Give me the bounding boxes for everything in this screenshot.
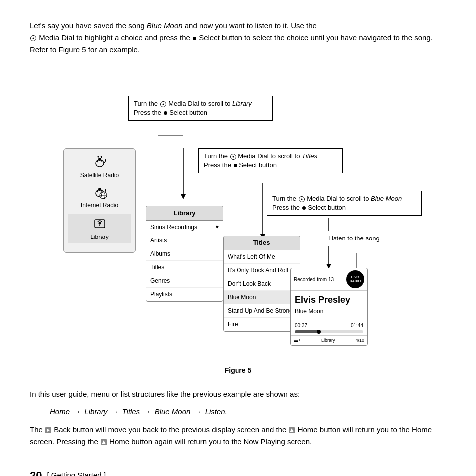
titles-row-2: It's Only Rock And Roll ♥	[224, 264, 300, 277]
np-total: 01:44	[351, 322, 363, 329]
figure-container: Turn the Media Dial to scroll to Library…	[33, 71, 443, 360]
nav-titles: Titles	[122, 407, 140, 416]
home-item-library: Library	[68, 214, 131, 243]
svg-point-11	[96, 160, 104, 167]
np-recorded: Recorded from 13	[294, 276, 334, 283]
nav-library: Library	[84, 407, 107, 416]
callout-titles: Turn the Media Dial to scroll to TitlesP…	[198, 148, 343, 173]
page-section: [ Getting Started ]	[47, 470, 106, 476]
intro-text-1: Let's say you have saved the song	[30, 21, 147, 30]
intro-dial-icon	[30, 35, 36, 41]
home-panel: Satellite Radio Internet Radio	[63, 148, 136, 253]
library-row-artists: Artists	[146, 234, 223, 247]
callout-library-text: Turn the Media Dial to scroll to Library…	[134, 100, 252, 116]
bottom-text-2: The Back button will move you back to th…	[30, 424, 446, 448]
callout-listen: Listen to the song	[323, 231, 395, 246]
intro-select-icon	[193, 37, 196, 40]
nav-home: Home	[50, 407, 70, 416]
callout-listen-text: Listen to the song	[328, 235, 380, 242]
intro-text-3pre: Media Dial to highlight a choice and pre…	[37, 33, 192, 42]
titles-row-1: What's Left Of Me	[224, 250, 300, 264]
library-row-sirius: Sirius Recordings ♥	[146, 221, 223, 234]
now-playing-panel: Recorded from 13 ElvisRADIO Elvis Presle…	[290, 268, 368, 346]
intro-bluemoon: Blue Moon	[147, 21, 183, 30]
library-artists-text: Artists	[150, 236, 167, 245]
home-button-desc-2: Home button again will return you to the…	[109, 437, 312, 446]
elvis-badge: ElvisRADIO	[346, 270, 364, 288]
library-titles-text: Titles	[150, 263, 164, 272]
np-library: Library	[321, 337, 335, 344]
titles-row-4-text: Blue Moon	[228, 293, 256, 302]
library-row-titles: Titles	[146, 261, 223, 274]
library-row-albums: Albums	[146, 247, 223, 261]
nav-bluemoon: Blue Moon	[155, 407, 191, 416]
svg-point-23	[98, 222, 101, 225]
badge-text: ElvisRADIO	[350, 275, 361, 283]
satellite-label: Satellite Radio	[80, 171, 119, 180]
page-footer: 20 [ Getting Started ]	[30, 463, 446, 476]
np-bottom-bar: ▬+ Library 4/10	[291, 335, 367, 346]
np-elapsed: 00:37	[295, 322, 307, 329]
titles-row-1-text: What's Left Of Me	[228, 252, 275, 261]
titles-row-3-text: Don't Look Back	[228, 279, 271, 288]
intro-text-2: and now you want to listen to it. Use th…	[183, 21, 317, 30]
internet-radio-label: Internet Radio	[81, 201, 118, 210]
callout-bluemoon: Turn the Media Dial to scroll to Blue Mo…	[267, 191, 422, 216]
svg-point-12	[98, 158, 101, 161]
callout-titles-text: Turn the Media Dial to scroll to TitlesP…	[204, 152, 317, 169]
titles-panel: Titles What's Left Of Me It's Only Rock …	[223, 236, 300, 332]
titles-row-6-text: Fire	[228, 320, 238, 329]
satellite-icon	[92, 154, 108, 170]
np-progress-dot	[317, 330, 321, 334]
library-sirius-heart: ♥	[215, 223, 219, 231]
library-genres-text: Genres	[150, 276, 170, 285]
titles-row-6: Fire	[224, 318, 300, 331]
np-top-bar: Recorded from 13 ElvisRADIO	[291, 268, 367, 291]
library-albums-text: Albums	[150, 249, 170, 258]
np-time-display: 00:37 01:44	[291, 320, 367, 330]
titles-row-5: Stand Up And Be Strong	[224, 304, 300, 318]
titles-row-2-text: It's Only Rock And Roll	[228, 266, 288, 275]
library-row-playlists: Playlists	[146, 288, 223, 301]
library-label: Library	[90, 233, 109, 241]
intro-paragraph: Let's say you have saved the song Blue M…	[30, 20, 446, 56]
svg-marker-3	[181, 194, 186, 199]
titles-row-3: Don't Look Back	[224, 277, 300, 291]
np-song-title: Blue Moon	[291, 307, 367, 320]
library-panel-header: Library	[146, 206, 223, 221]
np-track-count: 4/10	[355, 337, 364, 344]
back-button-desc: Back button will move you back to the pr…	[54, 425, 286, 434]
callout-library: Turn the Media Dial to scroll to Library…	[128, 96, 273, 121]
callout-bluemoon-text: Turn the Media Dial to scroll to Blue Mo…	[272, 195, 402, 211]
titles-row-5-text: Stand Up And Be Strong	[228, 306, 293, 315]
svg-point-16	[98, 188, 101, 191]
page-number: 20	[30, 467, 42, 476]
internet-radio-icon	[92, 184, 108, 200]
figure-caption: Figure 5	[30, 365, 446, 376]
library-panel: Library Sirius Recordings ♥ Artists Albu…	[146, 206, 223, 302]
np-progress-bar	[295, 330, 363, 333]
bottom-text-1: In this user guide, menu or list structu…	[30, 388, 446, 400]
np-artist-name: Elvis Presley	[291, 291, 367, 307]
home-item-satellite: Satellite Radio	[68, 154, 131, 180]
np-progress-fill	[295, 330, 319, 333]
titles-row-4: Blue Moon	[224, 291, 300, 304]
nav-listen: Listen	[205, 407, 225, 416]
library-sirius-text: Sirius Recordings	[150, 223, 197, 232]
library-icon	[92, 216, 108, 232]
np-volume: ▬+	[294, 337, 301, 344]
titles-panel-header: Titles	[224, 236, 300, 250]
home-item-internet: Internet Radio	[68, 184, 131, 210]
nav-example: Home → Library → Titles → Blue Moon → Li…	[50, 406, 446, 418]
library-row-genres: Genres	[146, 274, 223, 288]
library-playlists-text: Playlists	[150, 290, 172, 299]
